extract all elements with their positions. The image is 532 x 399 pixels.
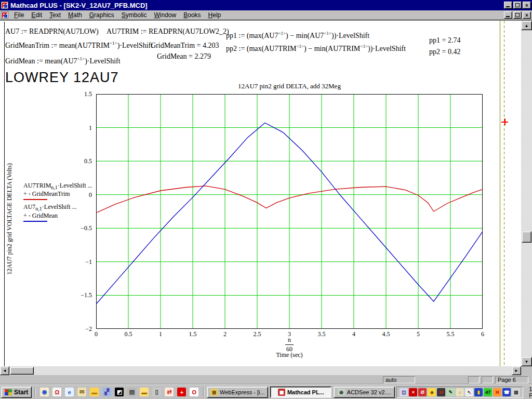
doc-minimize-button[interactable] xyxy=(504,11,512,19)
tray-lock-icon[interactable]: ◆ xyxy=(428,388,436,396)
chart-title: 12AU7 pin2 grid DELTA, add 32Meg xyxy=(96,82,483,90)
quicklaunch-internet-explorer-icon[interactable]: e xyxy=(65,388,74,396)
math-region-pp1[interactable]: pp1 := (max(AU7<1>) − min(AU7<1>))·Level… xyxy=(226,31,369,40)
tray-dialup-icon[interactable]: ☎ xyxy=(502,388,511,396)
scroll-up-button[interactable]: ▲ xyxy=(521,21,532,30)
restore-button[interactable] xyxy=(513,2,522,9)
status-field-3 xyxy=(482,376,493,383)
legend-expression-line2: + - GridMeanTrim xyxy=(23,190,92,198)
page-margin-line xyxy=(4,22,5,366)
quick-launch-bar: ◉Ωe✉▬▞◩▤▬▯⇄+O xyxy=(38,388,201,396)
scroll-left-button[interactable]: ◄ xyxy=(0,366,9,375)
vertical-scrollbar[interactable]: ▲ ▼ xyxy=(521,21,532,366)
legend-entry: AU7TRIMn,1·LevelShift ...+ - GridMeanTri… xyxy=(23,182,92,200)
quicklaunch-graphics-app-icon[interactable]: ▞ xyxy=(102,388,111,396)
y-tick-label: −1 xyxy=(73,258,92,266)
tray-block-icon[interactable]: Ø xyxy=(418,388,427,396)
math-region-gridmean[interactable]: GridMean := mean(AU7<1>)·LevelShift xyxy=(5,56,121,65)
quicklaunch-device-icon[interactable]: ▤ xyxy=(127,388,136,396)
chart-legend: AU7TRIMn,1·LevelShift ...+ - GridMeanTri… xyxy=(23,182,92,225)
doc-restore-button[interactable] xyxy=(513,11,522,19)
scroll-right-button[interactable]: ► xyxy=(512,366,521,375)
doc-close-button[interactable]: × xyxy=(523,11,531,19)
minimize-icon xyxy=(506,6,510,7)
minimize-button[interactable] xyxy=(504,2,512,9)
scroll-down-button[interactable]: ▼ xyxy=(521,357,532,366)
close-button[interactable]: × xyxy=(523,2,531,9)
math-result-gridmeantrim[interactable]: GridMeanTrim = 4.203 xyxy=(151,42,219,50)
menu-edit[interactable]: Edit xyxy=(28,11,46,19)
task-button-mathcad-task[interactable]: ▦Mathcad PL... xyxy=(270,387,331,398)
x-tick-label: 1.5 xyxy=(189,330,197,338)
mathcad-task-icon: ▦ xyxy=(278,389,285,396)
horizontal-scrollbar[interactable]: ◄ ► xyxy=(0,366,521,375)
quicklaunch-media-player-icon[interactable]: ◉ xyxy=(40,388,49,396)
tray-scheduler-icon[interactable]: ◫ xyxy=(400,388,408,396)
tray-notes-icon[interactable]: ✎ xyxy=(446,388,455,396)
superscript: <1> xyxy=(110,41,117,46)
menu-file[interactable]: File xyxy=(10,11,28,19)
xy-plot[interactable] xyxy=(96,94,483,329)
menu-bar: FileEditTextMathGraphicsSymbolicWindowBo… xyxy=(0,10,532,20)
taskbar: Start ◉Ωe✉▬▞◩▤▬▯⇄+O ▦WebExpress - [i...▦… xyxy=(0,384,532,399)
quicklaunch-open-folder-icon[interactable]: ▬ xyxy=(140,388,149,396)
worksheet[interactable]: AU7 := READPRN(AU7LOW) AU7TRIM := READPR… xyxy=(0,21,521,366)
math-region-au7[interactable]: AU7 := READPRN(AU7LOW) xyxy=(5,28,99,36)
menu-help[interactable]: Help xyxy=(205,11,225,19)
vertical-scroll-thumb[interactable] xyxy=(522,231,531,243)
page-break-dashed-line xyxy=(504,21,504,366)
horizontal-scroll-thumb[interactable] xyxy=(10,367,34,375)
quicklaunch-sync-arrows-icon[interactable]: ⇄ xyxy=(165,388,174,396)
x-axis-caption: Time (sec) xyxy=(258,351,321,359)
taskbar-separator xyxy=(34,387,35,397)
arrow-left-icon: ◄ xyxy=(3,368,7,373)
tray-antivirus-icon[interactable]: M xyxy=(437,388,445,396)
menu-symbolic[interactable]: Symbolic xyxy=(118,11,151,19)
tray-alert-icon[interactable]: × xyxy=(409,388,417,396)
document-icon[interactable] xyxy=(1,11,8,19)
calc-mode-field: auto xyxy=(383,376,415,383)
math-result-pp2[interactable]: pp2 = 0.42 xyxy=(429,48,460,56)
task-button-webexpress[interactable]: ▦WebExpress - [i... xyxy=(207,387,268,398)
x-tick-label: 0 xyxy=(95,330,98,338)
quicklaunch-folder-icon[interactable]: ▬ xyxy=(90,388,99,396)
menu-text[interactable]: Text xyxy=(46,11,64,19)
mathcad-app-icon[interactable] xyxy=(1,2,8,9)
quicklaunch-mail-icon[interactable]: ✉ xyxy=(77,388,86,396)
menu-graphics[interactable]: Graphics xyxy=(86,11,118,19)
page-break-line xyxy=(500,21,500,366)
tray-printer-icon[interactable]: ▤ xyxy=(512,388,520,396)
y-axis-label: 12AU7 pin2 grid VOLTAGE DELTA (Volts) xyxy=(6,141,14,297)
tray-volume-icon[interactable]: ♪ xyxy=(456,388,464,396)
arrow-right-icon: ► xyxy=(514,368,518,373)
y-tick-label: −2 xyxy=(73,325,92,333)
quicklaunch-pda-icon[interactable]: ▯ xyxy=(152,388,161,396)
quicklaunch-opera-icon[interactable]: O xyxy=(190,388,198,396)
task-button-acdsee[interactable]: ◉ACDSee 32 v2.... xyxy=(334,387,395,398)
quicklaunch-red-logo-icon[interactable]: Ω xyxy=(52,388,61,396)
math-region-au7trim[interactable]: AU7TRIM := READPRN(AU7LOW2_2) xyxy=(107,28,229,36)
y-tick-label: −0.5 xyxy=(73,224,92,232)
math-region-gridmeantrim[interactable]: GridMeanTrim := mean(AU7TRIM<1>)·LevelSh… xyxy=(5,41,153,50)
tray-hotsync-icon[interactable]: H xyxy=(493,388,501,396)
task-buttons: ▦WebExpress - [i...▦Mathcad PL...◉ACDSee… xyxy=(207,387,395,398)
menu-books[interactable]: Books xyxy=(180,11,204,19)
tray-battery-meter-icon[interactable]: 47 xyxy=(484,388,492,396)
menu-math[interactable]: Math xyxy=(64,11,86,19)
tray-power-icon[interactable]: ▮ xyxy=(474,388,483,396)
menu-window[interactable]: Window xyxy=(151,11,180,19)
math-result-pp1[interactable]: pp1 = 2.74 xyxy=(429,36,460,45)
legend-trace-swatch xyxy=(23,221,47,222)
quicklaunch-console-icon[interactable]: ◩ xyxy=(115,388,124,396)
task-label: ACDSee 32 v2.... xyxy=(347,389,391,395)
restore-icon xyxy=(515,3,520,7)
title-bar: Mathcad PLUS - [SK2-V_12AU7_PFB.MCD] × xyxy=(0,0,532,10)
quicklaunch-first-aid-icon[interactable]: + xyxy=(177,388,186,396)
math-result-gridmean[interactable]: GridMean = 2.279 xyxy=(157,52,211,61)
tray-pointer-icon[interactable]: ↖ xyxy=(465,388,473,396)
math-region-pp2[interactable]: pp2 := (max(AU7TRIM<1>) − min(AU7TRIM<1>… xyxy=(226,44,406,53)
y-tick-label: 0.5 xyxy=(73,157,92,165)
doc-close-icon: × xyxy=(525,12,528,18)
legend-trace-swatch xyxy=(23,199,47,200)
start-button[interactable]: Start xyxy=(1,387,32,398)
